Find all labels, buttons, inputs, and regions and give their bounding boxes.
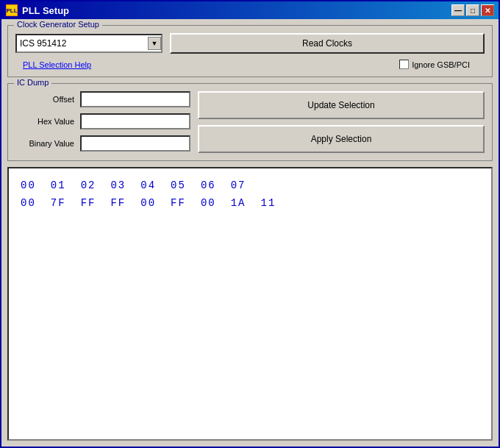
ic-dump-label: IC Dump [14, 78, 51, 87]
window-body: Clock Generator Setup ICS 951412 ▼ Read … [1, 19, 499, 447]
hex-value-label: Hex Value [15, 117, 74, 126]
binary-value-input[interactable] [80, 135, 190, 152]
val-cell-2: FF [81, 195, 96, 213]
val-cell-0: 00 [21, 195, 36, 213]
header-cell-5: 05 [171, 177, 186, 195]
window-title: PLL Setup [22, 5, 447, 16]
buttons-area: Update Selection Apply Selection [198, 91, 485, 153]
close-button[interactable]: ✕ [481, 4, 494, 16]
binary-value-label: Binary Value [15, 139, 74, 148]
values-data-row: 00 7F FF FF 00 FF 00 1A 11 [21, 195, 479, 213]
clock-generator-group: Clock Generator Setup ICS 951412 ▼ Read … [7, 25, 493, 77]
ic-dump-group: IC Dump Offset Hex Value Binary Value [7, 83, 493, 161]
val-cell-6: 00 [201, 195, 216, 213]
minimize-button[interactable]: — [451, 4, 465, 16]
update-selection-button[interactable]: Update Selection [198, 91, 485, 119]
ic-dump-content: Offset Hex Value Binary Value Update Sel… [15, 91, 485, 153]
header-cell-2: 02 [81, 177, 96, 195]
clock-dropdown-wrap: ICS 951412 ▼ [15, 34, 162, 53]
hex-value-input[interactable] [80, 113, 190, 129]
header-cell-6: 06 [201, 177, 216, 195]
val-cell-5: FF [171, 195, 186, 213]
val-cell-1: 7F [51, 195, 66, 213]
ignore-gsb-label: Ignore GSB/PCI [399, 60, 470, 69]
ignore-gsb-text: Ignore GSB/PCI [412, 60, 470, 69]
read-clocks-button[interactable]: Read Clocks [170, 33, 485, 54]
offset-input[interactable] [80, 91, 190, 107]
app-icon: PLL [6, 4, 18, 16]
fields-area: Offset Hex Value Binary Value [15, 91, 190, 152]
header-cell-4: 04 [140, 177, 156, 195]
header-cell-7: 07 [231, 177, 246, 195]
header-cell-1: 01 [51, 177, 66, 195]
maximize-button[interactable]: □ [466, 4, 479, 16]
val-cell-7: 1A [231, 195, 246, 213]
binary-value-row: Binary Value [15, 135, 190, 152]
pll-selection-help-link[interactable]: PLL Selection Help [23, 60, 91, 69]
data-display: 00 01 02 03 04 05 06 07 00 7F FF FF 00 F… [7, 167, 493, 441]
titlebar: PLL PLL Setup — □ ✕ [1, 1, 499, 19]
clock-generator-label: Clock Generator Setup [14, 20, 102, 29]
val-cell-8: 11 [261, 195, 276, 213]
val-cell-4: 00 [140, 195, 156, 213]
offset-row: Offset [15, 91, 190, 107]
clock-dropdown[interactable]: ICS 951412 [15, 34, 162, 53]
header-cell-0: 00 [21, 177, 36, 195]
offset-label: Offset [15, 95, 74, 104]
window-controls: — □ ✕ [451, 4, 494, 16]
hex-value-row: Hex Value [15, 113, 190, 129]
main-window: PLL PLL Setup — □ ✕ Clock Generator Setu… [0, 0, 500, 448]
clock-help-row: PLL Selection Help Ignore GSB/PCI [15, 60, 485, 69]
val-cell-3: FF [110, 195, 126, 213]
header-cell-3: 03 [110, 177, 126, 195]
apply-selection-button[interactable]: Apply Selection [198, 125, 485, 153]
clock-setup-row: ICS 951412 ▼ Read Clocks [15, 33, 485, 54]
ignore-gsb-checkbox[interactable] [399, 60, 409, 69]
header-data-row: 00 01 02 03 04 05 06 07 [21, 177, 479, 195]
